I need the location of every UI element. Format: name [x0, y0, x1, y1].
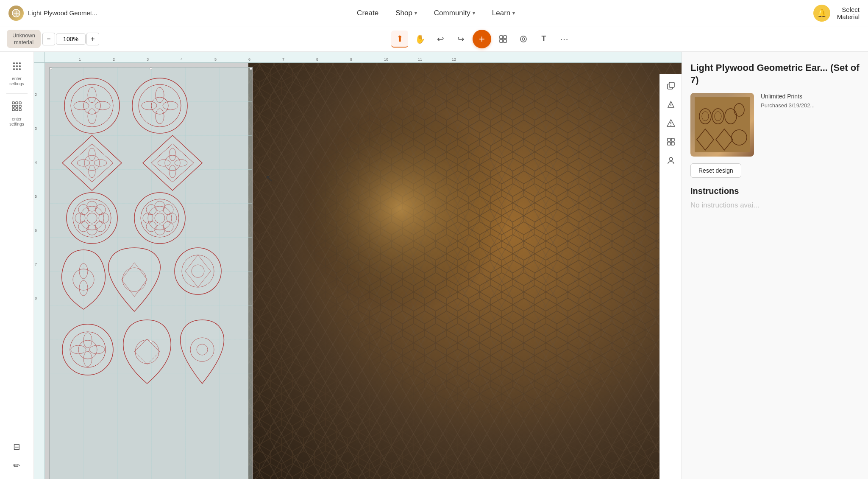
- sidebar-tool-pattern[interactable]: enter settings: [3, 97, 31, 130]
- ruler-vtick-5: 5: [35, 194, 37, 199]
- svg-rect-108: [668, 138, 670, 141]
- top-nav: Light Plywood Geomet... Create Shop ▾ Co…: [0, 0, 868, 26]
- pen-icon: ✏: [13, 460, 20, 471]
- ruler-vtick-3: 3: [35, 126, 37, 131]
- earrings-row4: [54, 246, 240, 314]
- ruler-tick-3: 3: [147, 57, 149, 62]
- svg-rect-3: [504, 39, 506, 42]
- ruler-tick-12: 12: [452, 57, 456, 62]
- text-tool-button[interactable]: T: [535, 31, 552, 48]
- svg-rect-28: [248, 63, 682, 479]
- svg-rect-102: [669, 82, 674, 87]
- svg-point-12: [13, 68, 15, 70]
- sidebar-tool-settings[interactable]: ⊟: [3, 438, 31, 455]
- svg-point-7: [16, 62, 18, 64]
- unlimited-prints: Unlimited Prints: [761, 93, 815, 100]
- notification-bell[interactable]: 🔔: [813, 5, 830, 22]
- selection-handle-top[interactable]: [150, 67, 152, 70]
- zoom-level[interactable]: 100%: [56, 34, 86, 45]
- warning-button[interactable]: [662, 115, 679, 132]
- logo-area: Light Plywood Geomet...: [8, 6, 97, 21]
- canvas-wrapper[interactable]: 1 2 3 4 5 6 7 8 9 10 11 12 2 3 4 5 6: [34, 52, 682, 479]
- hand-tool-button[interactable]: ✋: [412, 31, 428, 48]
- product-meta: Unlimited Prints Purchased 3/19/202...: [761, 93, 815, 157]
- nav-learn[interactable]: Learn ▾: [492, 9, 515, 17]
- instructions-empty: No instructions avai...: [690, 201, 860, 210]
- select-material-button[interactable]: Select Material: [837, 6, 860, 20]
- svg-rect-18: [12, 105, 14, 107]
- ruler-tick-6: 6: [248, 57, 250, 62]
- pointer-tool-button[interactable]: ⬆: [391, 31, 408, 48]
- ruler-corner: [34, 52, 45, 63]
- nav-create[interactable]: Create: [357, 9, 378, 17]
- ruler-vtick-8: 8: [35, 296, 37, 300]
- material-badge[interactable]: Unknown material: [7, 30, 41, 48]
- more-tools-button[interactable]: ⋯: [556, 31, 573, 48]
- svg-rect-109: [671, 138, 674, 141]
- zoom-in-button[interactable]: +: [86, 33, 99, 45]
- puzzle-button[interactable]: [662, 133, 679, 150]
- svg-rect-16: [16, 102, 18, 104]
- svg-point-11: [19, 65, 21, 67]
- chevron-down-icon: ▾: [512, 10, 515, 16]
- bring-forward-button[interactable]: [662, 77, 679, 94]
- product-image: [690, 93, 754, 157]
- ruler-tick-5: 5: [214, 57, 217, 62]
- zoom-out-button[interactable]: −: [42, 33, 55, 45]
- ruler-left: 2 3 4 5 6 7 8: [34, 63, 45, 479]
- instructions-title: Instructions: [690, 186, 860, 196]
- earrings-row5: [54, 318, 240, 386]
- sidebar-tool-grid[interactable]: enter settings: [3, 57, 31, 90]
- svg-point-8: [19, 62, 21, 64]
- toolbar-center: ⬆ ✋ ↩ ↪ + T ⋯: [103, 30, 861, 48]
- undo-button[interactable]: ↩: [432, 31, 449, 48]
- ruler-tick-10: 10: [384, 57, 388, 62]
- layers-button[interactable]: [495, 31, 512, 48]
- add-button[interactable]: +: [473, 30, 491, 48]
- send-to-front-button[interactable]: [662, 96, 679, 113]
- svg-rect-22: [16, 109, 18, 111]
- toolbar: Unknown material − 100% + ⬆ ✋ ↩ ↪ + T: [0, 26, 868, 52]
- purchase-date: Purchased 3/19/202...: [761, 102, 815, 109]
- svg-rect-113: [695, 97, 750, 152]
- logo-text: Light Plywood Geomet...: [28, 9, 97, 17]
- ruler-tick-11: 11: [418, 57, 422, 62]
- toolbar-left: Unknown material − 100% +: [7, 30, 99, 48]
- svg-point-6: [13, 62, 15, 64]
- selection-handle-tl[interactable]: [50, 67, 52, 70]
- chevron-down-icon: ▾: [415, 10, 417, 16]
- ruler-vtick-2: 2: [35, 92, 37, 97]
- main-layout: enter settings enter settings: [0, 52, 868, 479]
- redo-button[interactable]: ↪: [452, 31, 469, 48]
- reset-design-button[interactable]: Reset design: [690, 163, 741, 178]
- selection-handle-mid[interactable]: [150, 340, 152, 342]
- logo-icon: [8, 6, 24, 21]
- svg-point-36: [132, 78, 187, 133]
- earrings-row1: [58, 76, 211, 135]
- person-button[interactable]: [662, 152, 679, 169]
- nav-community[interactable]: Community ▾: [434, 9, 475, 17]
- svg-point-5: [522, 38, 525, 40]
- svg-rect-0: [500, 36, 503, 39]
- earrings-row2: [54, 131, 223, 195]
- canvas-area[interactable]: ↖: [45, 63, 682, 479]
- sidebar-tool-pen[interactable]: ✏: [3, 457, 31, 474]
- nav-shop[interactable]: Shop ▾: [395, 9, 417, 17]
- contour-button[interactable]: [515, 31, 532, 48]
- product-title: Light Plywood Geometric Ear... (Set of 7…: [690, 62, 860, 86]
- selection-handle-tr[interactable]: [250, 67, 252, 70]
- svg-rect-19: [16, 105, 18, 107]
- design-mat: [49, 67, 253, 479]
- svg-point-57: [67, 193, 117, 244]
- settings-sliders-icon: ⊟: [13, 442, 20, 452]
- right-info-panel: Light Plywood Geometric Ear... (Set of 7…: [682, 52, 868, 479]
- ruler-tick-2: 2: [113, 57, 115, 62]
- hex-background: [248, 63, 682, 479]
- svg-point-112: [669, 157, 673, 161]
- ruler-tick-1: 1: [79, 57, 81, 62]
- svg-rect-17: [19, 102, 21, 104]
- ruler-top: 1 2 3 4 5 6 7 8 9 10 11 12: [45, 52, 682, 63]
- zoom-controls: − 100% +: [42, 33, 99, 45]
- product-row: Unlimited Prints Purchased 3/19/202...: [690, 93, 860, 157]
- svg-point-107: [670, 125, 671, 126]
